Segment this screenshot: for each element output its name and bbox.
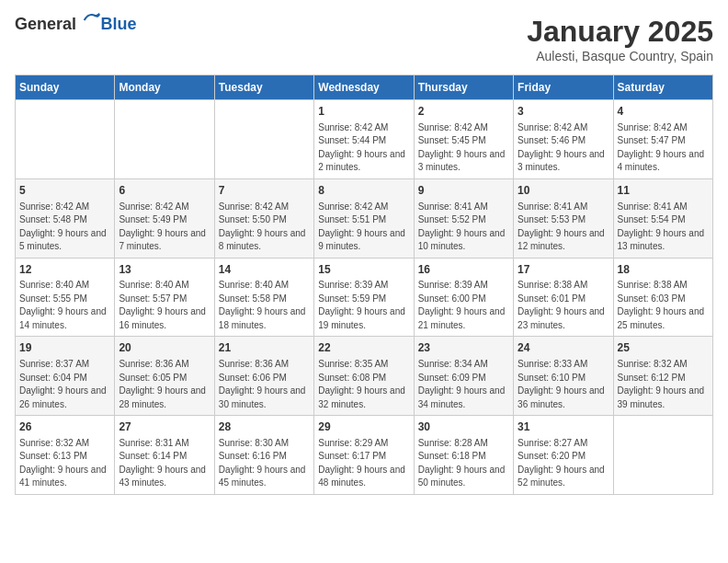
day-content: Sunrise: 8:36 AM Sunset: 6:05 PM Dayligh… [119, 358, 210, 411]
day-content: Sunrise: 8:34 AM Sunset: 6:09 PM Dayligh… [418, 358, 509, 411]
header-day-wednesday: Wednesday [314, 75, 414, 100]
calendar-cell: 26Sunrise: 8:32 AM Sunset: 6:13 PM Dayli… [16, 416, 115, 495]
day-number: 27 [119, 419, 210, 435]
day-number: 22 [318, 340, 409, 356]
calendar-week-row: 1Sunrise: 8:42 AM Sunset: 5:44 PM Daylig… [16, 100, 713, 179]
day-number: 19 [19, 340, 110, 356]
calendar-week-row: 5Sunrise: 8:42 AM Sunset: 5:48 PM Daylig… [16, 178, 713, 258]
day-number: 25 [618, 340, 709, 356]
day-number: 24 [518, 340, 609, 356]
day-content: Sunrise: 8:42 AM Sunset: 5:46 PM Dayligh… [518, 121, 609, 175]
calendar-cell [214, 100, 313, 179]
day-number: 20 [119, 340, 210, 356]
header-day-friday: Friday [514, 75, 613, 100]
day-number: 6 [119, 183, 210, 199]
calendar-week-row: 12Sunrise: 8:40 AM Sunset: 5:55 PM Dayli… [16, 258, 713, 337]
day-content: Sunrise: 8:42 AM Sunset: 5:45 PM Dayligh… [418, 121, 509, 175]
day-number: 15 [318, 262, 409, 278]
day-number: 7 [219, 183, 310, 199]
day-number: 8 [318, 183, 409, 199]
calendar-cell: 30Sunrise: 8:28 AM Sunset: 6:18 PM Dayli… [414, 416, 513, 495]
day-number: 14 [219, 262, 310, 278]
page-header: General Blue January 2025 Aulesti, Basqu… [15, 15, 713, 63]
day-content: Sunrise: 8:38 AM Sunset: 6:03 PM Dayligh… [618, 279, 709, 332]
day-content: Sunrise: 8:40 AM Sunset: 5:57 PM Dayligh… [119, 279, 210, 332]
calendar-cell: 11Sunrise: 8:41 AM Sunset: 5:54 PM Dayli… [613, 178, 712, 258]
month-title: January 2025 [527, 15, 713, 49]
day-number: 21 [219, 340, 310, 356]
calendar-cell: 16Sunrise: 8:39 AM Sunset: 6:00 PM Dayli… [414, 258, 513, 337]
day-number: 1 [318, 104, 409, 120]
day-number: 23 [418, 340, 509, 356]
calendar-cell: 21Sunrise: 8:36 AM Sunset: 6:06 PM Dayli… [214, 337, 313, 416]
day-content: Sunrise: 8:42 AM Sunset: 5:48 PM Dayligh… [19, 201, 110, 254]
calendar-cell: 5Sunrise: 8:42 AM Sunset: 5:48 PM Daylig… [16, 178, 115, 258]
calendar-cell [115, 100, 214, 179]
header-day-saturday: Saturday [613, 75, 712, 100]
logo-blue-text: Blue [101, 15, 137, 33]
day-content: Sunrise: 8:35 AM Sunset: 6:08 PM Dayligh… [318, 358, 409, 411]
calendar-cell: 19Sunrise: 8:37 AM Sunset: 6:04 PM Dayli… [16, 337, 115, 416]
day-content: Sunrise: 8:39 AM Sunset: 6:00 PM Dayligh… [418, 279, 509, 332]
day-content: Sunrise: 8:28 AM Sunset: 6:18 PM Dayligh… [418, 437, 509, 490]
day-number: 2 [418, 104, 509, 120]
day-content: Sunrise: 8:41 AM Sunset: 5:52 PM Dayligh… [418, 201, 509, 254]
day-content: Sunrise: 8:29 AM Sunset: 6:17 PM Dayligh… [318, 437, 409, 490]
calendar-header-row: SundayMondayTuesdayWednesdayThursdayFrid… [16, 75, 713, 100]
day-content: Sunrise: 8:33 AM Sunset: 6:10 PM Dayligh… [518, 358, 609, 411]
calendar-cell: 23Sunrise: 8:34 AM Sunset: 6:09 PM Dayli… [414, 337, 513, 416]
day-number: 13 [119, 262, 210, 278]
calendar-cell: 1Sunrise: 8:42 AM Sunset: 5:44 PM Daylig… [314, 100, 414, 179]
location-subtitle: Aulesti, Basque Country, Spain [527, 49, 713, 63]
header-day-tuesday: Tuesday [214, 75, 313, 100]
day-content: Sunrise: 8:42 AM Sunset: 5:44 PM Dayligh… [318, 121, 409, 175]
logo-general-text: General [15, 15, 76, 33]
day-number: 11 [618, 183, 709, 199]
calendar-cell: 12Sunrise: 8:40 AM Sunset: 5:55 PM Dayli… [16, 258, 115, 337]
title-area: January 2025 Aulesti, Basque Country, Sp… [527, 15, 713, 63]
logo-icon [83, 11, 101, 29]
day-number: 17 [518, 262, 609, 278]
day-number: 3 [518, 104, 609, 120]
calendar-week-row: 19Sunrise: 8:37 AM Sunset: 6:04 PM Dayli… [16, 337, 713, 416]
calendar-cell: 28Sunrise: 8:30 AM Sunset: 6:16 PM Dayli… [214, 416, 313, 495]
calendar-cell: 18Sunrise: 8:38 AM Sunset: 6:03 PM Dayli… [613, 258, 712, 337]
calendar-week-row: 26Sunrise: 8:32 AM Sunset: 6:13 PM Dayli… [16, 416, 713, 495]
day-number: 10 [518, 183, 609, 199]
day-content: Sunrise: 8:31 AM Sunset: 6:14 PM Dayligh… [119, 437, 210, 490]
day-number: 18 [618, 262, 709, 278]
header-day-sunday: Sunday [16, 75, 115, 100]
day-content: Sunrise: 8:42 AM Sunset: 5:50 PM Dayligh… [219, 201, 310, 254]
calendar-cell: 10Sunrise: 8:41 AM Sunset: 5:53 PM Dayli… [514, 178, 613, 258]
header-day-monday: Monday [115, 75, 214, 100]
calendar-cell: 8Sunrise: 8:42 AM Sunset: 5:51 PM Daylig… [314, 178, 414, 258]
calendar-cell: 15Sunrise: 8:39 AM Sunset: 5:59 PM Dayli… [314, 258, 414, 337]
calendar-cell: 13Sunrise: 8:40 AM Sunset: 5:57 PM Dayli… [115, 258, 214, 337]
day-content: Sunrise: 8:40 AM Sunset: 5:58 PM Dayligh… [219, 279, 310, 332]
day-content: Sunrise: 8:42 AM Sunset: 5:49 PM Dayligh… [119, 201, 210, 254]
calendar-cell: 14Sunrise: 8:40 AM Sunset: 5:58 PM Dayli… [214, 258, 313, 337]
calendar-cell: 9Sunrise: 8:41 AM Sunset: 5:52 PM Daylig… [414, 178, 513, 258]
day-content: Sunrise: 8:41 AM Sunset: 5:53 PM Dayligh… [518, 201, 609, 254]
calendar-cell: 20Sunrise: 8:36 AM Sunset: 6:05 PM Dayli… [115, 337, 214, 416]
calendar-cell: 3Sunrise: 8:42 AM Sunset: 5:46 PM Daylig… [514, 100, 613, 179]
day-content: Sunrise: 8:27 AM Sunset: 6:20 PM Dayligh… [518, 437, 609, 490]
day-number: 16 [418, 262, 509, 278]
calendar-cell: 4Sunrise: 8:42 AM Sunset: 5:47 PM Daylig… [613, 100, 712, 179]
calendar-table: SundayMondayTuesdayWednesdayThursdayFrid… [15, 75, 713, 495]
day-content: Sunrise: 8:40 AM Sunset: 5:55 PM Dayligh… [19, 279, 110, 332]
calendar-cell: 25Sunrise: 8:32 AM Sunset: 6:12 PM Dayli… [613, 337, 712, 416]
day-content: Sunrise: 8:41 AM Sunset: 5:54 PM Dayligh… [618, 201, 709, 254]
day-number: 28 [219, 419, 310, 435]
day-content: Sunrise: 8:30 AM Sunset: 6:16 PM Dayligh… [219, 437, 310, 490]
day-content: Sunrise: 8:32 AM Sunset: 6:12 PM Dayligh… [618, 358, 709, 411]
day-number: 30 [418, 419, 509, 435]
calendar-cell: 6Sunrise: 8:42 AM Sunset: 5:49 PM Daylig… [115, 178, 214, 258]
header-day-thursday: Thursday [414, 75, 513, 100]
calendar-cell [16, 100, 115, 179]
day-number: 5 [19, 183, 110, 199]
day-content: Sunrise: 8:36 AM Sunset: 6:06 PM Dayligh… [219, 358, 310, 411]
day-content: Sunrise: 8:32 AM Sunset: 6:13 PM Dayligh… [19, 437, 110, 490]
calendar-cell: 27Sunrise: 8:31 AM Sunset: 6:14 PM Dayli… [115, 416, 214, 495]
calendar-cell: 7Sunrise: 8:42 AM Sunset: 5:50 PM Daylig… [214, 178, 313, 258]
